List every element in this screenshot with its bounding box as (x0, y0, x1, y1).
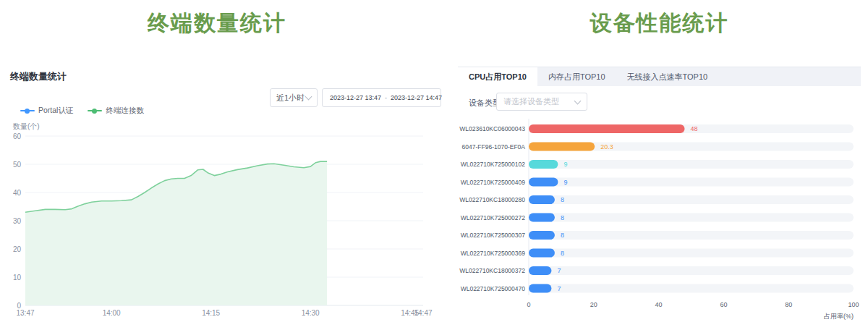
time-range-value: 近1小时 (276, 93, 305, 103)
bar-value: 7 (557, 285, 561, 292)
left-panel-title: 终端数量统计 (10, 70, 67, 83)
bar-track (529, 249, 854, 258)
terminal-count-chart: 010203040506013:4714:0014:1514:3014:4514… (10, 130, 434, 327)
x-tick: 80 (785, 301, 792, 308)
right-section-title: 设备性能统计 (458, 9, 861, 38)
bar (529, 213, 555, 222)
legend-marker-icon (88, 107, 102, 114)
bar (529, 178, 558, 187)
tab-1[interactable]: 内存占用TOP10 (537, 67, 616, 86)
bar (529, 266, 551, 275)
bar-value: 48 (691, 125, 698, 132)
bar-value: 8 (561, 196, 564, 203)
time-range-select[interactable]: 近1小时 (270, 88, 318, 107)
bar-value: 8 (561, 214, 564, 221)
x-axis-label: 占用率(%) (824, 313, 854, 320)
y-tick: 30 (13, 217, 22, 225)
x-tick: 20 (590, 301, 597, 308)
x-tick: 13:47 (16, 309, 34, 317)
bar (529, 195, 555, 204)
y-tick: 0 (17, 302, 21, 310)
bar-label: WL022710K725000307 (461, 232, 526, 239)
bar (529, 143, 595, 151)
date-end: 2023-12-27 14:47 (391, 94, 442, 101)
tab-2[interactable]: 无线接入点速率TOP10 (616, 67, 719, 86)
x-tick: 60 (720, 301, 727, 308)
bar-value: 9 (563, 179, 567, 186)
bar-label: WL022710K725000272 (461, 214, 526, 221)
x-tick: 14:15 (202, 309, 220, 317)
y-tick: 20 (13, 245, 22, 253)
date-range-picker[interactable]: 2023-12-27 13:47 - 2023-12-27 14:47 (322, 88, 441, 107)
bar-value: 20.3 (600, 143, 613, 151)
x-tick: 100 (848, 301, 859, 308)
bar-track (529, 213, 854, 222)
date-start: 2023-12-27 13:47 (330, 94, 381, 101)
x-tick: 14:30 (302, 309, 320, 317)
y-tick: 50 (13, 161, 22, 169)
device-type-select[interactable]: 请选择设备类型 (496, 93, 587, 111)
chevron-down-icon (574, 97, 582, 104)
device-type-placeholder: 请选择设备类型 (503, 96, 559, 107)
bar-track (529, 195, 854, 204)
bar-track (529, 284, 854, 293)
bar-track (529, 178, 854, 187)
bar-value: 7 (557, 267, 561, 274)
bar-label: WL022710K725000409 (461, 179, 526, 186)
bar-track (529, 231, 854, 240)
cpu-top10-chart: WL023610KC06000043486047-FF96-1070-EF0A2… (458, 114, 861, 329)
bar-value: 8 (561, 232, 564, 239)
dashboard: 终端数量统计 设备性能统计 终端数量统计 近1小时 2023-12-27 13:… (0, 0, 868, 330)
bar-value: 9 (563, 161, 567, 168)
bar-label: WL023610KC06000043 (459, 125, 525, 132)
legend-item-1[interactable]: 终端连接数 (88, 106, 144, 116)
bar (529, 231, 555, 240)
bar-label: WL022710KC18000280 (459, 196, 525, 203)
legend: Portal认证终端连接数 (20, 106, 144, 116)
legend-label: 终端连接数 (106, 106, 144, 116)
x-tick: 40 (655, 301, 663, 308)
bar (529, 249, 555, 258)
bar-value: 8 (561, 250, 564, 257)
bar (529, 124, 685, 133)
legend-marker-icon (20, 107, 35, 114)
x-tick: 0 (527, 301, 530, 308)
bar (529, 284, 551, 293)
bar-label: WL022710K725000102 (461, 161, 526, 168)
y-tick: 60 (13, 132, 22, 140)
bar-label: WL022710K725000369 (461, 250, 526, 257)
y-tick: 10 (13, 274, 22, 282)
x-tick: 14:47 (414, 309, 432, 317)
bar (529, 160, 558, 169)
chevron-down-icon (305, 93, 312, 101)
bar-label: WL022710KC18000372 (459, 267, 525, 274)
bar-track (529, 266, 854, 275)
date-separator: - (385, 94, 387, 101)
legend-label: Portal认证 (38, 106, 73, 116)
legend-item-0[interactable]: Portal认证 (20, 106, 73, 116)
series-area (25, 161, 327, 305)
y-tick: 40 (13, 189, 22, 197)
left-section-title: 终端数量统计 (0, 9, 434, 38)
x-tick: 14:00 (103, 309, 121, 317)
bar-label: 6047-FF96-1070-EF0A (462, 143, 526, 151)
bar-track (529, 160, 854, 169)
bar-label: WL022710K725000470 (461, 285, 526, 292)
tab-0[interactable]: CPU占用TOP10 (458, 67, 537, 86)
performance-tabs: CPU占用TOP10内存占用TOP10无线接入点速率TOP10 (458, 67, 861, 86)
